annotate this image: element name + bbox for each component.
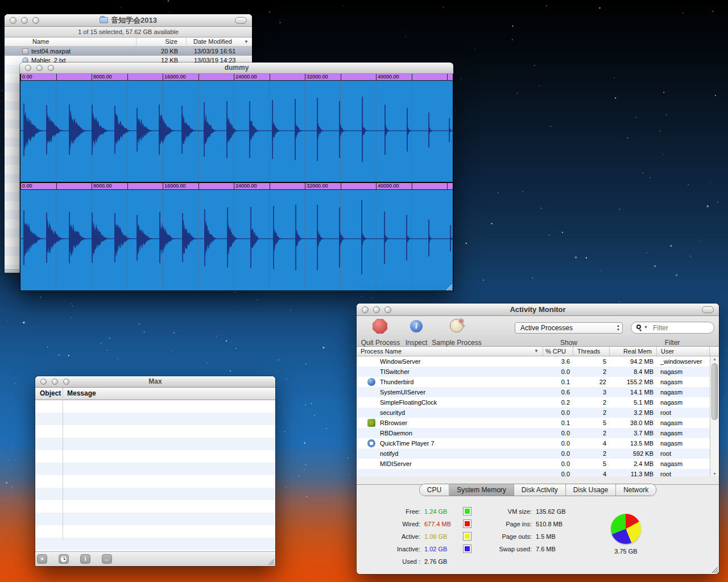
process-real-mem: 13.5 MB <box>610 438 653 448</box>
waveform-display-bottom[interactable] <box>20 190 453 290</box>
filter-search-field[interactable]: ▼ <box>631 322 714 334</box>
vertical-scrollbar[interactable]: ▲ ▼ <box>710 356 719 476</box>
max-titlebar[interactable]: Max <box>35 376 275 388</box>
process-row[interactable]: Thunderbird 0.1 22 155.2 MB nagasm <box>357 377 710 387</box>
ruler-label: 32000.00 <box>307 74 328 80</box>
console-row-stripe <box>35 475 275 488</box>
resize-grip[interactable] <box>267 558 275 566</box>
process-name: SimpleFloatingClock <box>380 397 533 408</box>
ruler-label: 40000.00 <box>378 183 399 189</box>
process-user: nagasm <box>660 397 709 408</box>
process-threads: 4 <box>573 469 606 476</box>
time-ruler-top[interactable]: 0.008000.0016000.0024000.0032000.0040000… <box>20 74 453 81</box>
sample-process-button-label[interactable]: Sample Process <box>427 339 486 347</box>
column-header-date[interactable]: Date Modified▼ <box>187 38 252 46</box>
column-header-name[interactable]: Name <box>5 38 136 46</box>
dummy-titlebar[interactable]: dummy <box>20 63 453 74</box>
process-row[interactable]: RBDaemon 0.0 2 3.7 MB nagasm <box>357 428 710 438</box>
activity-monitor-window: Activity Monitor Quit Process i Inspect … <box>357 304 719 574</box>
column-header-user[interactable]: User <box>657 347 710 356</box>
column-header-cpu[interactable]: % CPU <box>543 347 573 356</box>
column-header-message[interactable]: Message <box>67 388 96 400</box>
tab-system-memory[interactable]: System Memory <box>449 484 514 496</box>
stat-value: 2.76 GB <box>424 557 447 566</box>
console-row-stripe <box>35 438 275 450</box>
ruler-label: 16000.00 <box>164 74 186 80</box>
column-header-object[interactable]: Object <box>40 388 61 400</box>
max-console-list <box>35 400 275 551</box>
stop-octagon-icon[interactable] <box>373 319 387 334</box>
ruler-tick <box>305 183 305 189</box>
file-date: 13/03/19 16:51 <box>194 47 235 56</box>
process-row[interactable]: RBrowser 0.1 5 38.0 MB nagasm <box>357 418 710 428</box>
process-row[interactable]: QuickTime Player 7 0.0 4 13.5 MB nagasm <box>357 438 710 448</box>
resize-grip[interactable] <box>711 566 718 573</box>
ruler-label: 8000.00 <box>93 183 112 189</box>
process-row[interactable]: SystemUIServer 0.6 3 14.1 MB nagasm <box>357 387 710 397</box>
tab-disk-usage[interactable]: Disk Usage <box>566 484 616 496</box>
time-ruler-bottom[interactable]: 0.008000.0016000.0024000.0032000.0040000… <box>20 183 453 190</box>
process-real-mem: 155.2 MB <box>610 377 653 387</box>
memory-pie-chart <box>611 514 641 544</box>
process-cpu: 0.0 <box>543 438 570 448</box>
clear-x-icon[interactable]: × <box>37 554 47 564</box>
back-arrow-icon[interactable]: ← <box>102 554 112 564</box>
process-row[interactable]: securityd 0.0 2 3.2 MB root <box>357 408 710 418</box>
column-header-size[interactable]: Size <box>136 38 187 46</box>
info-circle-icon[interactable]: i <box>410 320 423 332</box>
process-cpu: 0.6 <box>543 387 570 397</box>
column-header-process-name[interactable]: Process Name▼ <box>357 347 543 356</box>
stat-label: Page outs: <box>486 532 532 541</box>
stat-value: 510.8 MB <box>536 519 562 529</box>
show-dropdown[interactable]: Active Processes ▲▼ <box>515 322 623 334</box>
info-icon[interactable]: i <box>80 554 90 564</box>
process-row[interactable]: WindowServer 3.6 5 94.2 MB _windowserver <box>357 356 710 367</box>
clock-icon[interactable] <box>59 554 69 564</box>
magnifier-clock-icon[interactable] <box>450 319 464 332</box>
sort-arrow-icon: ▼ <box>244 38 249 46</box>
process-row[interactable]: notifyd 0.0 2 592 KB root <box>357 448 710 459</box>
process-row[interactable]: SimpleFloatingClock 0.2 2 5.1 MB nagasm <box>357 397 710 408</box>
process-threads: 22 <box>573 377 606 387</box>
ruler-tick <box>234 183 234 189</box>
waveform-display-top[interactable] <box>20 81 453 182</box>
process-name: RBrowser <box>380 418 533 428</box>
process-row[interactable]: MIDIServer 0.0 5 2.4 MB nagasm <box>357 459 710 469</box>
toolbar-toggle-button[interactable] <box>235 17 247 24</box>
stat-value: 7.6 MB <box>536 544 556 554</box>
process-name: SystemUIServer <box>380 387 533 397</box>
scrollbar-thumb[interactable] <box>712 363 718 420</box>
process-threads: 2 <box>573 428 606 438</box>
ruler-tick <box>127 183 128 189</box>
ruler-label: 16000.00 <box>164 183 186 189</box>
ruler-tick <box>376 183 377 189</box>
window-title: 音知学会2013 <box>5 14 252 26</box>
am-titlebar[interactable]: Activity Monitor <box>357 304 719 316</box>
ruler-tick <box>198 183 199 189</box>
process-row[interactable]: TISwitcher 0.0 2 8.4 MB nagasm <box>357 367 710 377</box>
ruler-tick <box>198 74 199 80</box>
finder-titlebar[interactable]: 音知学会2013 <box>5 14 252 27</box>
column-header-real-mem[interactable]: Real Mem <box>610 347 657 356</box>
scroll-down-arrow-icon[interactable]: ▼ <box>710 472 719 476</box>
waveform-content: 0.008000.0016000.0024000.0032000.0040000… <box>20 74 453 291</box>
ruler-tick <box>376 74 377 80</box>
tab-network[interactable]: Network <box>616 484 656 496</box>
ruler-tick <box>163 183 163 189</box>
tab-disk-activity[interactable]: Disk Activity <box>514 484 566 496</box>
file-row[interactable]: test04.maxpat 20 KB 13/03/19 16:51 <box>5 47 252 56</box>
max-bottom-toolbar: × i ← <box>35 551 275 566</box>
column-header-threads[interactable]: Threads <box>573 347 610 356</box>
ruler-tick <box>270 183 270 189</box>
ruler-tick <box>163 74 163 80</box>
search-options-arrow-icon: ▼ <box>644 325 648 329</box>
desktop-wallpaper: 音知学会2013 1 of 15 selected, 57.62 GB avai… <box>0 0 728 582</box>
tab-cpu[interactable]: CPU <box>420 484 449 496</box>
toolbar-toggle-button[interactable] <box>702 306 714 313</box>
process-real-mem: 3.2 MB <box>610 408 653 418</box>
process-row[interactable]: 0.0 4 11.3 MB root <box>357 469 710 476</box>
scroll-up-arrow-icon[interactable]: ▲ <box>710 357 719 361</box>
resize-grip[interactable] <box>445 284 453 291</box>
filter-input[interactable] <box>652 323 711 332</box>
file-name: test04.maxpat <box>31 47 134 56</box>
